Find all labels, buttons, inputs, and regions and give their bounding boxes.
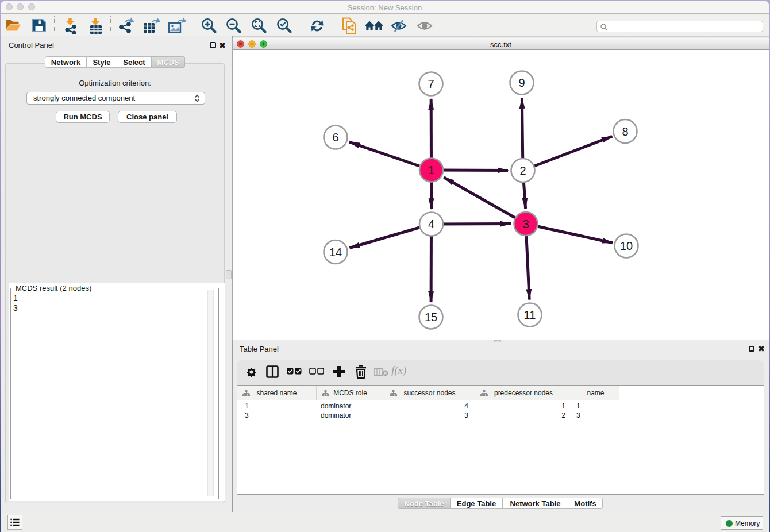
svg-text:11: 11 (524, 309, 536, 321)
svg-text:10: 10 (620, 240, 633, 252)
svg-text:15: 15 (425, 311, 437, 323)
svg-text:1: 1 (428, 164, 434, 176)
svg-text:6: 6 (332, 131, 338, 144)
svg-text:9: 9 (518, 76, 525, 89)
svg-text:8: 8 (622, 125, 628, 138)
svg-text:3: 3 (522, 218, 529, 230)
svg-text:14: 14 (329, 246, 342, 259)
svg-text:4: 4 (428, 218, 434, 230)
svg-text:2: 2 (519, 164, 526, 177)
svg-text:7: 7 (428, 78, 434, 90)
